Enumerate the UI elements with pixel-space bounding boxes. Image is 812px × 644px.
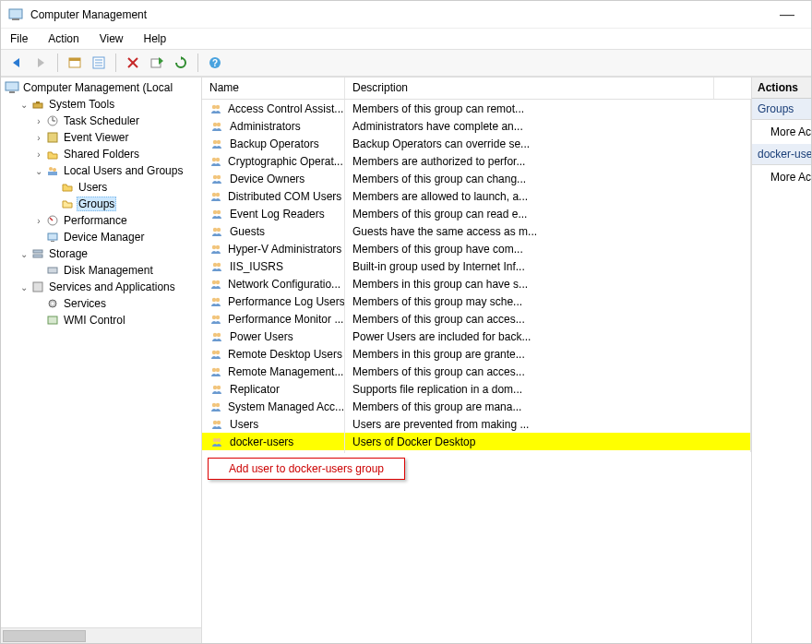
- row-name: Distributed COM Users: [228, 190, 341, 203]
- group-icon: [209, 382, 224, 397]
- group-icon: [209, 294, 222, 309]
- tree-wmi-control[interactable]: WMI Control: [3, 312, 201, 328]
- column-name[interactable]: Name: [202, 78, 345, 99]
- svg-point-74: [216, 402, 220, 406]
- svg-point-49: [212, 192, 216, 196]
- storage-icon: [30, 246, 45, 261]
- svg-point-51: [213, 209, 217, 213]
- row-name: docker-users: [230, 435, 293, 448]
- row-name: Remote Management...: [228, 365, 343, 378]
- svg-point-75: [213, 420, 217, 423]
- help-icon[interactable]: ?: [205, 53, 225, 73]
- minimize-button[interactable]: —: [770, 6, 804, 23]
- delete-icon[interactable]: [123, 53, 143, 73]
- svg-point-61: [212, 297, 216, 301]
- row-name: Users: [230, 418, 258, 431]
- svg-point-60: [216, 280, 220, 283]
- svg-point-39: [212, 104, 216, 108]
- row-name: Performance Log Users: [228, 295, 345, 308]
- svg-point-56: [216, 244, 220, 248]
- list-header[interactable]: Name Description: [202, 78, 751, 100]
- properties-icon[interactable]: [89, 53, 109, 73]
- menu-action[interactable]: Action: [44, 30, 82, 47]
- tree-groups[interactable]: Groups: [3, 196, 201, 212]
- svg-rect-32: [33, 250, 42, 253]
- group-icon: [209, 207, 224, 221]
- actions-header: Actions: [752, 78, 811, 99]
- svg-point-70: [216, 367, 220, 371]
- row-name: System Managed Acc...: [228, 400, 344, 413]
- row-name: Remote Desktop Users: [228, 348, 342, 361]
- row-name: Guests: [230, 225, 265, 238]
- group-icon: [209, 101, 222, 116]
- tree-users[interactable]: Users: [3, 179, 201, 196]
- svg-point-73: [212, 402, 216, 406]
- svg-point-63: [212, 315, 216, 318]
- clock-icon: [45, 113, 60, 128]
- row-name: Backup Operators: [230, 137, 319, 150]
- svg-rect-20: [36, 101, 40, 103]
- group-icon: [209, 312, 222, 327]
- tree-pane: Computer Management (Local ⌄System Tools…: [1, 78, 202, 643]
- disk-icon: [45, 263, 60, 278]
- tree-disk-management[interactable]: Disk Management: [3, 262, 201, 279]
- svg-point-50: [216, 192, 220, 196]
- wmi-icon: [45, 313, 60, 328]
- actions-group-docker-users[interactable]: docker-users: [752, 144, 811, 165]
- actions-group-groups[interactable]: Groups: [752, 99, 811, 120]
- refresh-icon[interactable]: [171, 53, 191, 73]
- tree-root[interactable]: Computer Management (Local: [3, 79, 201, 96]
- svg-point-42: [217, 122, 221, 125]
- svg-rect-38: [48, 316, 57, 324]
- tree-storage[interactable]: ⌄Storage: [3, 245, 201, 262]
- svg-point-43: [213, 139, 217, 143]
- svg-point-78: [217, 437, 221, 441]
- gear-icon: [45, 296, 60, 311]
- group-icon: [209, 259, 224, 274]
- tree-event-viewer[interactable]: ›Event Viewer: [3, 129, 201, 146]
- services-apps-icon: [30, 280, 45, 294]
- forward-button[interactable]: [30, 53, 51, 73]
- svg-point-71: [213, 385, 217, 388]
- row-name: Administrators: [230, 120, 301, 133]
- row-name: Device Owners: [230, 173, 304, 185]
- svg-point-65: [213, 332, 217, 336]
- tree-performance[interactable]: ›Performance: [3, 212, 201, 229]
- svg-rect-30: [48, 233, 57, 240]
- tree-device-manager[interactable]: Device Manager: [3, 229, 201, 245]
- tree-services[interactable]: Services: [3, 295, 201, 312]
- actions-more-2[interactable]: More Actions: [752, 165, 811, 189]
- tree-local-users-groups[interactable]: ⌄Local Users and Groups: [3, 162, 201, 179]
- menu-help[interactable]: Help: [140, 30, 171, 47]
- list-row[interactable]: docker-usersUsers of Docker Desktop: [202, 433, 751, 450]
- computer-icon: [5, 80, 19, 95]
- row-name: Cryptographic Operat...: [228, 155, 343, 168]
- group-icon: [209, 347, 222, 362]
- export-icon[interactable]: [147, 53, 167, 73]
- back-button[interactable]: [6, 53, 27, 73]
- svg-point-25: [49, 167, 53, 171]
- svg-point-57: [213, 262, 217, 266]
- menu-file[interactable]: File: [6, 30, 31, 47]
- column-description[interactable]: Description: [345, 78, 714, 99]
- row-name: Network Configuratio...: [228, 278, 340, 291]
- tree-shared-folders[interactable]: ›Shared Folders: [3, 146, 201, 162]
- titlebar: Computer Management —: [1, 1, 811, 29]
- new-window-icon[interactable]: [65, 53, 85, 73]
- group-icon: [209, 364, 222, 379]
- tree-horizontal-scrollbar[interactable]: [1, 627, 201, 643]
- svg-marker-2: [13, 58, 19, 67]
- svg-point-58: [217, 262, 221, 266]
- tree-task-scheduler[interactable]: ›Task Scheduler: [3, 113, 201, 129]
- actions-more-1[interactable]: More Actions: [752, 120, 811, 144]
- tree-services-apps[interactable]: ⌄Services and Applications: [3, 279, 201, 295]
- window-title: Computer Management: [30, 8, 147, 21]
- svg-point-66: [217, 332, 221, 336]
- svg-rect-27: [48, 172, 57, 175]
- menu-view[interactable]: View: [96, 30, 127, 47]
- tree-system-tools[interactable]: ⌄System Tools: [3, 96, 201, 113]
- svg-rect-19: [33, 103, 42, 108]
- svg-rect-5: [69, 58, 80, 61]
- svg-rect-17: [6, 82, 18, 90]
- group-icon: [209, 277, 222, 292]
